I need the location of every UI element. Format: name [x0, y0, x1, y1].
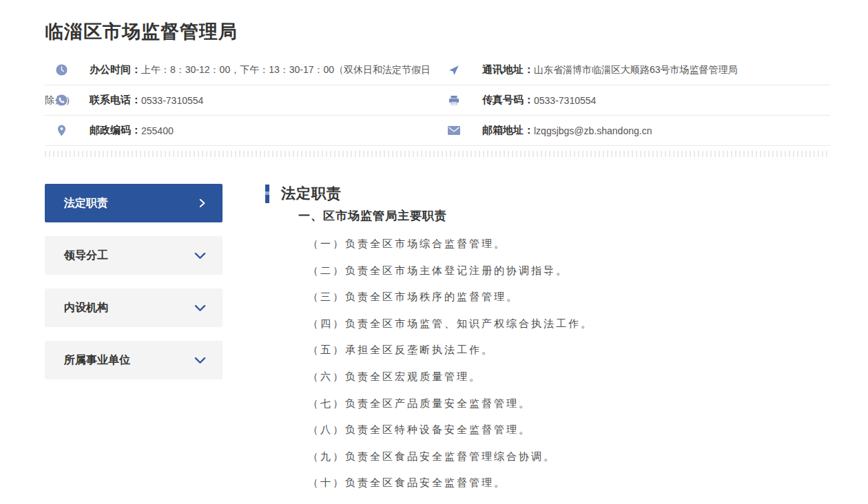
striped-divider	[45, 151, 830, 157]
duty-item: （九）负责全区食品安全监督管理综合协调。	[308, 443, 830, 470]
duty-item: （七）负责全区产品质量安全监督管理。	[308, 390, 830, 417]
content-area: 法定职责 领导分工 内设机构 所属事业单位	[45, 184, 830, 496]
postcode-item: 邮政编码： 255400	[45, 116, 437, 146]
section-header: 法定职责	[265, 184, 830, 203]
duty-item: （十）负责全区食品安全监督管理。	[308, 470, 830, 496]
clock-icon	[55, 64, 68, 76]
fax-icon	[448, 95, 460, 106]
address-item: 通讯地址： 山东省淄博市临淄区大顺路63号市场监督管理局	[437, 55, 830, 85]
sidebar-item-affiliated-units[interactable]: 所属事业单位	[45, 341, 223, 379]
duty-item: （四）负责全区市场监管、知识产权综合执法工作。	[308, 311, 830, 337]
fax-item: 传真号码： 0533-7310554	[437, 85, 830, 116]
section-title-marker	[265, 185, 269, 203]
office-hours-value: 上午：8：30-12：00，下午：13：30-17：00（双休日和法定节假日	[141, 64, 431, 76]
sidebar-item-leadership[interactable]: 领导分工	[45, 236, 223, 275]
chevron-right-icon	[198, 198, 206, 209]
send-icon	[448, 65, 460, 76]
phone-item: 除外） 联系电话： 0533-7310554	[45, 85, 437, 116]
email-item: 邮箱地址： lzqgsjbgs@zb.shandong.cn	[437, 116, 830, 146]
section-subtitle: 一、区市场监管局主要职责	[298, 208, 830, 224]
sidebar-item-label: 所属事业单位	[64, 353, 130, 368]
duties-list: （一）负责全区市场综合监督管理。 （二）负责全区市场主体登记注册的协调指导。 （…	[308, 231, 830, 496]
address-label: 通讯地址：	[482, 63, 534, 76]
sidebar-item-internal-orgs[interactable]: 内设机构	[45, 288, 223, 327]
postcode-label: 邮政编码：	[90, 124, 141, 137]
fax-label: 传真号码：	[482, 94, 534, 107]
duty-item: （一）负责全区市场综合监督管理。	[308, 231, 830, 258]
chevron-down-icon	[194, 252, 206, 260]
sidebar-item-legal-duties[interactable]: 法定职责	[45, 184, 223, 222]
phone-icon	[55, 94, 68, 106]
phone-value: 0533-7310554	[141, 95, 203, 106]
chevron-down-icon	[194, 357, 206, 364]
location-pin-icon	[55, 125, 68, 136]
duty-item: （八）负责全区特种设备安全监督管理。	[308, 417, 830, 443]
duty-item: （五）承担全区反垄断执法工作。	[308, 337, 830, 364]
contact-info-section: 办公时间： 上午：8：30-12：00，下午：13：30-17：00（双休日和法…	[45, 55, 830, 146]
sidebar-item-label: 法定职责	[64, 196, 108, 211]
sidebar-item-label: 领导分工	[64, 249, 108, 263]
office-hours-item: 办公时间： 上午：8：30-12：00，下午：13：30-17：00（双休日和法…	[45, 55, 437, 85]
chevron-down-icon	[194, 304, 206, 312]
postcode-value: 255400	[141, 125, 174, 136]
page: 临淄区市场监督管理局 办公时间： 上午：8：30-12：00，下午：13：30-…	[0, 0, 868, 496]
section-title: 法定职责	[281, 184, 342, 203]
envelope-icon	[448, 126, 460, 135]
email-value: lzqgsjbgs@zb.shandong.cn	[534, 125, 652, 136]
page-title: 临淄区市场监督管理局	[45, 0, 830, 44]
sidebar-nav: 法定职责 领导分工 内设机构 所属事业单位	[45, 184, 223, 496]
email-label: 邮箱地址：	[482, 124, 534, 137]
duty-item: （二）负责全区市场主体登记注册的协调指导。	[308, 258, 830, 284]
office-hours-label: 办公时间：	[90, 63, 141, 76]
address-value: 山东省淄博市临淄区大顺路63号市场监督管理局	[534, 64, 738, 76]
phone-label: 联系电话：	[90, 94, 141, 107]
fax-value: 0533-7310554	[534, 95, 596, 106]
main-content: 法定职责 一、区市场监管局主要职责 （一）负责全区市场综合监督管理。 （二）负责…	[265, 184, 830, 496]
duty-item: （三）负责全区市场秩序的监督管理。	[308, 284, 830, 311]
duty-item: （六）负责全区宏观质量管理。	[308, 364, 830, 390]
sidebar-item-label: 内设机构	[64, 301, 108, 315]
